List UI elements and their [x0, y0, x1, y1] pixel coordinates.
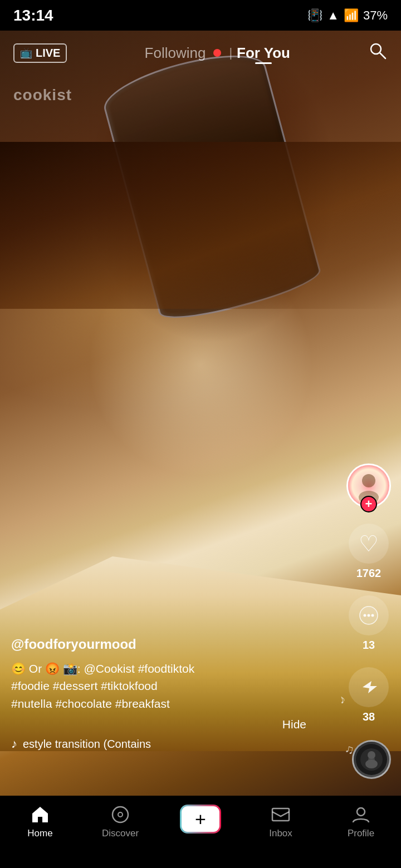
nav-home[interactable]: Home: [0, 805, 80, 839]
hide-button[interactable]: Hide: [282, 718, 306, 731]
like-button[interactable]: ♡ 1762: [349, 524, 389, 580]
live-button[interactable]: 📺 LIVE: [13, 43, 67, 63]
svg-point-13: [365, 760, 378, 768]
live-label: LIVE: [36, 47, 60, 60]
svg-point-12: [368, 751, 375, 759]
like-icon-container: ♡: [349, 524, 389, 564]
chocolate-spread-visual: [0, 142, 401, 309]
vibrate-icon: 📳: [307, 8, 322, 23]
nav-inbox[interactable]: Inbox: [241, 805, 321, 839]
tab-following[interactable]: Following: [145, 45, 206, 62]
comment-icon-container: [349, 595, 389, 635]
music-text: estyle transition (Contains: [23, 738, 151, 751]
profile-icon: [351, 805, 371, 825]
plus-icon: +: [195, 808, 206, 830]
share-icon: [358, 677, 379, 698]
nav-discover[interactable]: Discover: [80, 805, 160, 839]
search-button[interactable]: [368, 41, 388, 65]
nav-profile[interactable]: Profile: [321, 805, 401, 839]
wifi-icon: ▲: [327, 8, 339, 23]
tab-divider: |: [229, 46, 232, 60]
like-count: 1762: [356, 567, 382, 580]
tv-icon: 📺: [20, 47, 32, 59]
svg-point-8: [371, 614, 374, 617]
tab-foryou[interactable]: For You: [237, 45, 290, 61]
inbox-icon: [271, 805, 291, 825]
nav-create[interactable]: +: [160, 805, 241, 834]
music-disc-svg: [355, 743, 388, 776]
right-actions: + ♡ 1762 13 38: [346, 463, 391, 723]
caption-text: 😊 Or 😡 📸: @Cookist #foodtiktok#foodie #d…: [11, 662, 194, 710]
svg-point-17: [357, 808, 365, 816]
tab-foryou-wrapper[interactable]: For You: [237, 45, 290, 62]
creator-avatar[interactable]: +: [346, 463, 391, 508]
music-disc[interactable]: [352, 740, 391, 779]
share-count: 38: [363, 711, 375, 723]
svg-point-15: [118, 812, 123, 817]
home-label: Home: [27, 828, 52, 839]
battery-indicator: 37%: [363, 8, 388, 23]
svg-point-6: [364, 614, 366, 617]
discover-label: Discover: [102, 828, 139, 839]
post-info: @foodforyourmood 😊 Or 😡 📸: @Cookist #foo…: [0, 637, 340, 752]
share-icon-container: [349, 667, 389, 707]
discover-icon: [110, 805, 130, 825]
svg-line-1: [380, 53, 385, 58]
status-bar: 13:14 📳 ▲ 📶 37%: [0, 0, 401, 31]
watermark: cookist: [13, 86, 72, 104]
create-button[interactable]: +: [180, 805, 221, 834]
home-icon: [30, 805, 50, 825]
caption: 😊 Or 😡 📸: @Cookist #foodtiktok#foodie #d…: [11, 660, 329, 713]
signal-icon: 📶: [344, 8, 359, 23]
feed-tabs: Following | For You: [145, 45, 290, 62]
music-note-icon: ♪: [11, 737, 17, 751]
svg-point-7: [368, 614, 370, 617]
search-icon: [368, 41, 388, 61]
hide-button-container: Hide: [11, 718, 317, 737]
svg-point-14: [113, 807, 128, 822]
share-button[interactable]: 38: [349, 667, 389, 723]
comment-count: 13: [363, 639, 375, 652]
comment-button[interactable]: 13: [349, 595, 389, 652]
header: 📺 LIVE Following | For You: [0, 31, 401, 75]
status-time: 13:14: [13, 7, 53, 24]
live-notification-dot: [213, 49, 221, 57]
inbox-label: Inbox: [269, 828, 292, 839]
profile-label: Profile: [348, 828, 374, 839]
bottom-navigation: Home Discover + Inbox Profile: [0, 796, 401, 868]
status-icons: 📳 ▲ 📶 37%: [307, 8, 388, 23]
music-info[interactable]: ♪ estyle transition (Contains: [11, 737, 329, 751]
svg-point-3: [362, 474, 375, 487]
follow-plus-badge[interactable]: +: [360, 496, 377, 512]
tab-active-indicator: [255, 62, 272, 64]
music-disc-inner: [354, 742, 389, 777]
svg-rect-16: [272, 808, 289, 821]
heart-icon: ♡: [359, 531, 379, 556]
username[interactable]: @foodforyourmood: [11, 637, 329, 652]
comment-icon: [358, 605, 379, 626]
